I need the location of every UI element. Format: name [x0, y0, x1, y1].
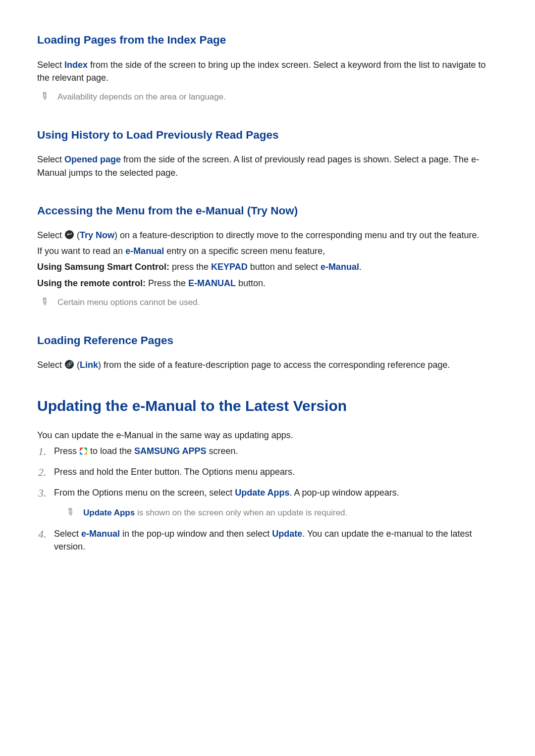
note-text: Availability depends on the area or lang…: [57, 91, 226, 103]
text: (: [74, 230, 80, 240]
keyword-e-manual: e-Manual: [81, 529, 120, 539]
smart-hub-icon: [80, 448, 87, 455]
section-history: Using History to Load Previously Read Pa…: [37, 127, 500, 179]
text: press the: [169, 262, 211, 272]
heading-index: Loading Pages from the Index Page: [37, 32, 500, 49]
step-4: Select e-Manual in the pop-up window and…: [37, 527, 500, 553]
keyword-keypad: KEYPAD: [211, 262, 248, 272]
label-smart-control: Using Samsung Smart Control:: [37, 262, 169, 272]
note-body: Update Apps is shown on the screen only …: [83, 507, 347, 519]
text: (: [74, 360, 80, 370]
keyword-link: Link: [80, 360, 98, 370]
text: Select: [37, 60, 64, 70]
heading-reference: Loading Reference Pages: [37, 333, 500, 349]
text: entry on a specific screen menu feature,: [164, 246, 325, 256]
paragraph: Select (Try Now) on a feature-descriptio…: [37, 229, 500, 242]
text: ) from the side of a feature-description…: [98, 360, 450, 370]
heading-history: Using History to Load Previously Read Pa…: [37, 127, 500, 144]
note-text: Certain menu options cannot be used.: [57, 297, 200, 309]
section-loading-index: Loading Pages from the Index Page Select…: [37, 32, 500, 103]
steps-list: Press to load the SAMSUNG APPS screen. P…: [37, 445, 500, 553]
note-text: is shown on the screen only when an upda…: [135, 508, 347, 517]
note: ✎ Update Apps is shown on the screen onl…: [66, 505, 500, 519]
text: Select: [54, 529, 81, 539]
note-icon: ✎: [37, 294, 53, 310]
label-remote-control: Using the remote control:: [37, 278, 146, 288]
text: Select: [37, 154, 64, 164]
keyword-update: Update: [272, 529, 302, 539]
text: screen.: [206, 446, 238, 456]
text: Press: [54, 446, 79, 456]
enter-icon: [65, 230, 74, 239]
text: From the Options menu on the screen, sel…: [54, 488, 235, 498]
text: .: [359, 262, 362, 272]
section-reference: Loading Reference Pages Select (Link) fr…: [37, 333, 500, 372]
keyword-e-manual: e-Manual: [321, 262, 359, 272]
keyword-index: Index: [64, 60, 88, 70]
heading-try-now: Accessing the Menu from the e-Manual (Tr…: [37, 203, 500, 219]
text: button.: [236, 278, 266, 288]
text: from the side of the screen to bring up …: [37, 60, 485, 83]
step-1: Press to load the SAMSUNG APPS screen.: [37, 445, 500, 457]
section-try-now: Accessing the Menu from the e-Manual (Tr…: [37, 203, 500, 309]
text: to load the: [88, 446, 134, 456]
keyword-try-now: Try Now: [80, 230, 114, 240]
step-2: Press and hold the Enter button. The Opt…: [37, 465, 500, 478]
text: button and select: [248, 262, 321, 272]
keyword-samsung-apps: SAMSUNG APPS: [134, 446, 206, 456]
intro-text: You can update the e-Manual in the same …: [37, 429, 500, 442]
step-3: From the Options menu on the screen, sel…: [37, 486, 500, 519]
text: Select: [37, 230, 64, 240]
keyword-opened-page: Opened page: [64, 154, 121, 164]
heading-updating: Updating the e-Manual to the Latest Vers…: [37, 395, 500, 417]
paragraph: Select (Link) from the side of a feature…: [37, 358, 500, 371]
note: ✎ Certain menu options cannot be used.: [40, 295, 500, 309]
paragraph: Using the remote control: Press the E-MA…: [37, 277, 500, 290]
paragraph: Using Samsung Smart Control: press the K…: [37, 260, 500, 273]
paragraph: If you want to read an e-Manual entry on…: [37, 245, 500, 257]
text: in the pop-up window and then select: [120, 529, 272, 539]
link-icon: [65, 360, 74, 369]
note-icon: ✎: [62, 504, 78, 520]
paragraph: Select Index from the side of the screen…: [37, 58, 500, 84]
note-keyword: Update Apps: [83, 508, 135, 517]
text: . A pop-up window appears.: [290, 488, 399, 498]
text: Select: [37, 360, 64, 370]
note-icon: ✎: [37, 88, 53, 104]
keyword-update-apps: Update Apps: [235, 488, 289, 498]
text: Press the: [146, 278, 188, 288]
keyword-e-manual: e-Manual: [125, 246, 164, 256]
text: Press and hold the Enter button. The Opt…: [54, 467, 295, 477]
text: If you want to read an: [37, 246, 125, 256]
note: ✎ Availability depends on the area or la…: [40, 89, 500, 103]
paragraph: Select Opened page from the side of the …: [37, 153, 500, 179]
keyword-e-manual-button: E-MANUAL: [188, 278, 236, 288]
text: ) on a feature-description to directly m…: [114, 230, 479, 240]
